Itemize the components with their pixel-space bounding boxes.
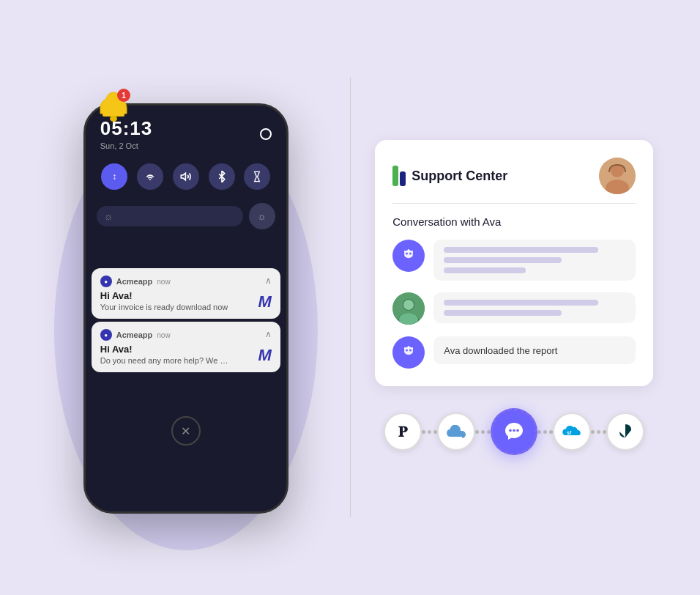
quick-settings: ↕: [86, 156, 286, 197]
notification-card-1[interactable]: ● Acmeapp now ∧ Hi Ava! Your invoice is …: [92, 268, 280, 319]
svg-marker-3: [255, 171, 260, 181]
chat-line: [444, 257, 562, 263]
svg-point-22: [409, 350, 412, 352]
qs-flashlight-btn[interactable]: [244, 163, 270, 190]
close-button[interactable]: ✕: [171, 416, 201, 446]
dot-line-2: [475, 430, 491, 434]
qs-sound-btn[interactable]: [173, 163, 199, 190]
svg-point-10: [409, 253, 412, 255]
chat-line: [444, 247, 598, 253]
logo-bar-dark: [400, 171, 406, 186]
support-header: Support Center: [392, 158, 636, 204]
notification-card-2[interactable]: ● Acmeapp now ∧ Hi Ava! Do you need any …: [92, 322, 280, 372]
notif-title-1: Hi Ava!: [100, 290, 272, 301]
bell-badge: 1: [117, 89, 130, 102]
support-logo-icon: [392, 166, 406, 186]
brightness-bar: ☼ ☼: [86, 197, 286, 235]
brightness-high-icon: ☼: [249, 203, 275, 229]
support-title: Support Center: [412, 169, 507, 184]
qs-network-btn[interactable]: ↕: [101, 163, 127, 190]
brightness-low-icon: ☼: [104, 210, 113, 222]
chat-bubble-2: [433, 292, 636, 323]
integration-cloud[interactable]: [437, 413, 475, 451]
chat-row-1: [392, 240, 636, 281]
chat-text-3: Ava downloaded the report: [444, 345, 557, 356]
notif-chevron-2[interactable]: ∧: [265, 329, 272, 339]
bot-avatar-2: [392, 336, 425, 369]
notif-app-icon-1: ●: [100, 276, 112, 287]
chat-bubble-1: [433, 240, 636, 281]
bell-icon: 1: [95, 89, 132, 125]
integration-chat-main[interactable]: [491, 408, 537, 455]
location-icon: [260, 128, 272, 140]
notif-logo-1: M: [258, 292, 271, 311]
notif-app-icon-2: ●: [100, 329, 112, 341]
chat-lines-1: [444, 247, 625, 273]
integration-zendesk[interactable]: [606, 413, 644, 451]
dot: [597, 430, 600, 434]
right-panel: Support Center Conversation with Ava: [365, 140, 664, 455]
chat-line: [444, 267, 526, 273]
phone-bottom-dark: ● Acmeapp now ∧ Hi Ava! Your invoice is …: [86, 262, 286, 511]
svg-rect-23: [404, 347, 406, 350]
svg-point-27: [513, 429, 515, 432]
svg-rect-12: [412, 251, 413, 253]
chat-lines-2: [444, 300, 625, 316]
notif-header-2: ● Acmeapp now ∧: [100, 329, 272, 341]
chat-bubble-3: Ava downloaded the report: [433, 336, 636, 364]
bell-container: 1: [95, 89, 132, 125]
dot: [481, 430, 485, 434]
integration-podcast[interactable]: 𝐏: [384, 413, 422, 451]
svg-rect-13: [408, 249, 409, 251]
dot: [422, 430, 425, 434]
chat-messages: Ava downloaded the report: [392, 240, 636, 369]
bot-icon-2: [398, 342, 419, 363]
podcast-label: 𝐏: [398, 424, 407, 440]
svg-point-9: [406, 253, 408, 255]
support-card: Support Center Conversation with Ava: [375, 140, 653, 386]
chat-line: [444, 310, 562, 316]
notif-body-2: Do you need any more help? We are just a…: [100, 356, 232, 365]
svg-text:sf: sf: [567, 430, 572, 435]
chat-row-3: Ava downloaded the report: [392, 336, 636, 369]
dot: [428, 430, 431, 434]
support-logo-area: Support Center: [392, 166, 507, 186]
support-avatar: [599, 158, 636, 194]
notif-app-name-2: Acmeapp: [116, 330, 153, 339]
notif-time-2: now: [157, 331, 170, 339]
dot: [591, 430, 595, 434]
conversation-label: Conversation with Ava: [392, 215, 636, 228]
svg-point-21: [406, 350, 408, 352]
logo-bar-green: [392, 166, 398, 186]
notif-chevron-1[interactable]: ∧: [265, 276, 272, 286]
zendesk-svg: [615, 421, 636, 442]
bot-icon-1: [398, 245, 419, 266]
chat-line: [444, 300, 598, 306]
page-container: 1 05:13 Sun, 2 Oct ↕: [0, 0, 700, 595]
bot-avatar-1: [392, 240, 425, 272]
brightness-slider[interactable]: ☼: [97, 206, 243, 226]
salesforce-svg: sf: [562, 424, 582, 439]
qs-bluetooth-btn[interactable]: [209, 163, 235, 190]
phone: 05:13 Sun, 2 Oct ↕: [83, 103, 288, 514]
left-panel: 1 05:13 Sun, 2 Oct ↕: [37, 81, 335, 514]
svg-rect-24: [412, 347, 413, 350]
integrations-row: 𝐏: [375, 408, 653, 455]
notif-app-name-1: Acmeapp: [116, 277, 153, 286]
dot-line-4: [591, 430, 606, 434]
svg-point-1: [110, 116, 117, 122]
dot: [537, 430, 541, 434]
user-avatar-svg: [392, 292, 425, 325]
svg-point-17: [403, 300, 414, 310]
phone-screen: 05:13 Sun, 2 Oct ↕: [86, 106, 286, 511]
notif-header-1: ● Acmeapp now ∧: [100, 276, 272, 287]
qs-wifi-btn[interactable]: [137, 163, 163, 190]
cloud-svg: [447, 425, 466, 438]
phone-date: Sun, 2 Oct: [100, 141, 153, 150]
dot: [543, 430, 547, 434]
notif-title-2: Hi Ava!: [100, 344, 272, 355]
user-avatar: [392, 292, 425, 325]
svg-point-28: [516, 429, 519, 432]
integration-salesforce[interactable]: sf: [553, 413, 591, 451]
svg-point-26: [509, 429, 512, 432]
